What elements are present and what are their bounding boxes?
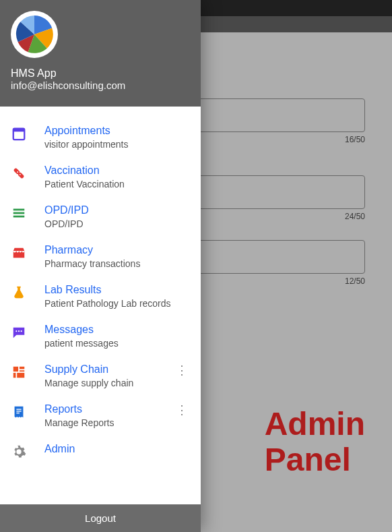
svg-point-12	[15, 330, 17, 332]
svg-rect-9	[13, 212, 25, 214]
svg-rect-10	[13, 216, 25, 218]
svg-point-13	[18, 330, 20, 332]
sidebar-item-reports[interactable]: Reports Manage Reports ⋮	[0, 396, 201, 436]
svg-rect-18	[13, 373, 16, 378]
logout-button[interactable]: Logout	[0, 504, 201, 532]
sidebar-item-sub: visitor appointments	[44, 138, 190, 150]
sidebar-item-label: Appointments	[44, 124, 190, 138]
sidebar-item-label: Pharmacy	[44, 243, 190, 258]
overflow-menu-icon[interactable]: ⋮	[174, 403, 190, 417]
svg-rect-21	[16, 411, 21, 411]
sidebar-item-label: Messages	[44, 323, 190, 337]
drawer-list: Appointments visitor appointments Vaccin…	[0, 107, 201, 504]
sidebar-item-sub: Patient Pathology Lab records	[44, 297, 190, 309]
sidebar-item-supply[interactable]: Supply Chain Manage supply chain ⋮	[0, 356, 201, 396]
sidebar-item-pharmacy[interactable]: Pharmacy Pharmacy transactions	[0, 237, 201, 276]
receipt-icon	[11, 404, 27, 420]
sidebar-item-admin[interactable]: Admin	[0, 436, 201, 467]
bandaid-icon	[11, 165, 27, 181]
sidebar-item-sub: patient messages	[44, 337, 190, 349]
svg-point-7	[17, 174, 18, 175]
pie-chart-icon	[14, 14, 55, 55]
sidebar-item-label: OPD/IPD	[44, 204, 190, 218]
svg-point-6	[20, 171, 21, 173]
sidebar-item-sub: OPD/IPD	[44, 218, 190, 230]
svg-point-5	[20, 174, 21, 175]
sidebar-item-opdipd[interactable]: OPD/IPD OPD/IPD	[0, 197, 201, 237]
grid-icon	[11, 364, 27, 380]
drawer-header: HMS App info@elishconsulting.com	[0, 0, 201, 107]
calendar-icon	[11, 125, 27, 142]
sidebar-item-sub: Pharmacy transactions	[44, 258, 190, 270]
sidebar-item-label: Vaccination	[44, 164, 190, 178]
sidebar-item-label: Supply Chain	[44, 363, 174, 377]
sidebar-item-lab[interactable]: Lab Results Patient Pathology Lab record…	[0, 276, 201, 316]
svg-rect-11	[17, 287, 21, 288]
nav-drawer: HMS App info@elishconsulting.com Appoint…	[0, 0, 201, 532]
sidebar-item-label: Lab Results	[44, 283, 190, 297]
list-icon	[11, 205, 27, 221]
sidebar-item-label: Admin	[44, 442, 190, 456]
avatar	[11, 11, 58, 58]
svg-rect-17	[20, 370, 24, 372]
svg-point-14	[21, 330, 22, 332]
flask-icon	[11, 285, 27, 301]
chat-icon	[11, 324, 27, 341]
app-email: info@elishconsulting.com	[11, 80, 190, 91]
sidebar-item-appointments[interactable]: Appointments visitor appointments	[0, 117, 201, 157]
sidebar-item-sub: Manage supply chain	[44, 377, 174, 389]
sidebar-item-sub: Patient Vaccination	[44, 178, 190, 190]
sidebar-item-messages[interactable]: Messages patient messages	[0, 316, 201, 356]
svg-rect-8	[13, 209, 25, 211]
overflow-menu-icon[interactable]: ⋮	[174, 363, 190, 378]
svg-point-4	[17, 171, 18, 173]
sidebar-item-vaccination[interactable]: Vaccination Patient Vaccination	[0, 157, 201, 197]
store-icon	[11, 245, 27, 261]
svg-rect-3	[13, 168, 25, 179]
sidebar-item-label: Reports	[44, 403, 174, 417]
sidebar-item-sub: Manage Reports	[44, 417, 174, 429]
svg-rect-2	[13, 129, 25, 132]
svg-rect-16	[20, 367, 24, 370]
gear-icon	[11, 444, 27, 460]
svg-rect-15	[13, 367, 18, 372]
svg-rect-20	[16, 409, 21, 409]
svg-rect-19	[17, 373, 24, 378]
svg-rect-22	[16, 413, 20, 413]
app-name: HMS App	[11, 67, 190, 80]
